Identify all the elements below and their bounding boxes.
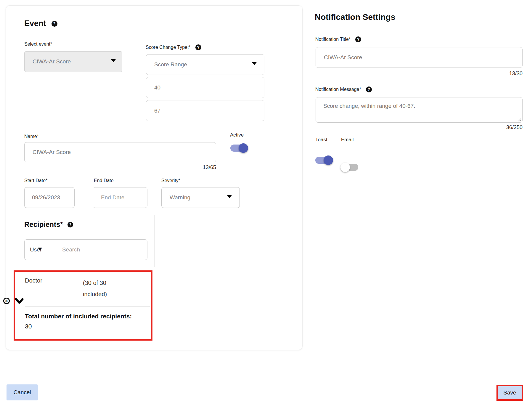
recipients-divider [25,307,150,307]
notification-title-label-row: Notification Title* [315,36,361,42]
cancel-button[interactable]: Cancel [7,384,38,400]
end-date-input[interactable] [93,187,147,208]
start-date-label: Start Date* [24,178,47,183]
notification-message-counter: 36/250 [316,124,523,131]
email-label: Email [341,137,354,143]
notification-message-help-icon[interactable] [366,86,372,92]
recipients-panel-divider [154,215,155,267]
score-change-label: Score Change Type:* [146,45,191,50]
score-change-dropdown[interactable]: Score Range [146,54,264,75]
name-counter: 13/65 [24,164,216,171]
save-highlight-annotation: Save [496,385,523,401]
score-max-input[interactable]: 67 [146,100,264,121]
event-heading-row: Event [24,19,57,28]
severity-caret-icon [227,195,232,198]
recipient-group-count: (30 of 30 included) [83,277,121,300]
email-toggle[interactable] [341,164,358,171]
recipient-group-name: Doctor [25,277,42,284]
notification-title-help-icon[interactable] [355,36,361,42]
recipients-help-icon[interactable] [67,222,73,227]
recipients-total-value: 30 [25,323,32,330]
resize-handle-icon[interactable] [517,118,521,121]
active-toggle-knob [239,143,248,153]
end-date-label: End Date [94,178,114,183]
name-input[interactable]: CIWA-Ar Score [24,142,216,162]
notification-title-input[interactable]: CIWA-Ar Score [316,47,523,68]
notification-message-textarea[interactable]: Score change, within range of 40-67. [316,97,523,123]
expand-group-chevron-icon[interactable] [15,297,24,306]
start-date-value: 09/26/2023 [32,194,60,201]
recipients-heading-row: Recipients* [24,220,73,229]
recipients-total-label: Total number of included recipients: [25,312,148,321]
select-event-dropdown[interactable]: CIWA-Ar Score [24,51,122,72]
name-label: Name* [24,134,39,139]
remove-group-icon[interactable] [3,298,10,304]
notification-title-value: CIWA-Ar Score [324,54,362,61]
select-event-caret-icon [111,59,116,62]
score-change-value: Score Range [154,61,187,68]
score-min-value: 40 [154,84,160,91]
severity-value: Warning [170,194,190,201]
email-toggle-knob [340,163,350,172]
toast-toggle[interactable] [315,157,332,164]
score-min-input[interactable]: 40 [146,77,264,98]
notification-title-label: Notification Title* [315,37,351,42]
recipients-heading: Recipients* [24,220,63,229]
active-toggle[interactable] [230,145,247,152]
notification-title-counter: 13/30 [316,70,523,77]
score-max-value: 67 [154,108,160,114]
score-change-caret-icon [252,62,257,65]
notification-message-label: Notification Message* [315,87,361,92]
select-event-value: CIWA-Ar Score [33,58,71,65]
start-date-input[interactable]: 09/26/2023 [24,187,75,208]
recipient-type-caret-icon [38,248,42,250]
event-heading: Event [24,19,46,28]
event-help-icon[interactable] [52,21,57,27]
select-event-label: Select event* [24,41,52,47]
toast-label: Toast [315,137,327,143]
notification-settings-heading: Notification Settings [315,12,395,22]
severity-label: Severity* [161,178,180,183]
toast-toggle-knob [324,155,333,165]
recipient-search-input[interactable] [53,239,147,260]
notification-message-value: Score change, within range of 40-67. [323,103,415,109]
notification-message-label-row: Notification Message* [315,86,372,92]
save-button[interactable]: Save [498,386,522,399]
score-change-label-row: Score Change Type:* [146,44,201,50]
score-change-help-icon[interactable] [195,44,201,50]
active-label: Active [230,132,244,138]
name-value: CIWA-Ar Score [33,149,71,155]
